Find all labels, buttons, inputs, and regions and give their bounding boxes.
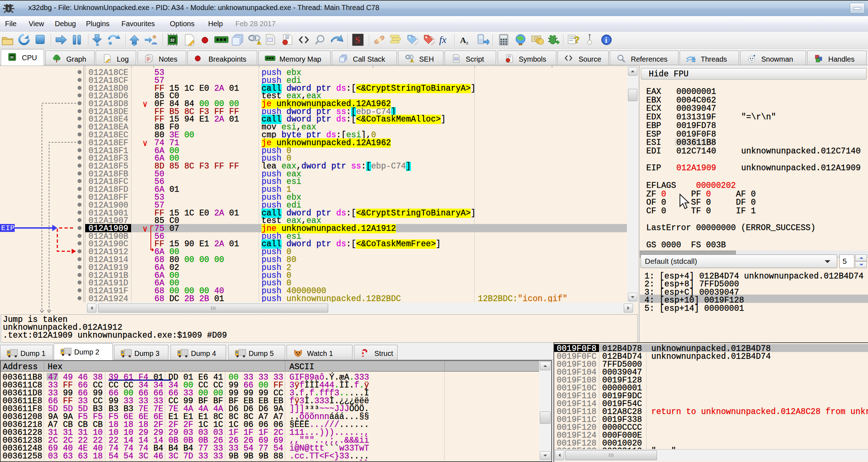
svg-text:!: ! xyxy=(412,59,413,62)
svg-text:EIP: EIP xyxy=(1,224,15,232)
svg-text:S: S xyxy=(355,35,360,45)
svg-text:?: ? xyxy=(588,33,591,38)
svg-text:<>: <> xyxy=(455,57,458,61)
svg-text:z: z xyxy=(466,40,469,45)
svg-text:!: ! xyxy=(258,41,259,45)
svg-text:fx: fx xyxy=(439,34,447,45)
svg-text:32: 32 xyxy=(10,56,14,59)
svg-text:i: i xyxy=(605,35,607,44)
svg-text:32: 32 xyxy=(170,38,174,42)
svg-text:A: A xyxy=(460,35,466,45)
svg-text:?: ? xyxy=(574,34,580,45)
